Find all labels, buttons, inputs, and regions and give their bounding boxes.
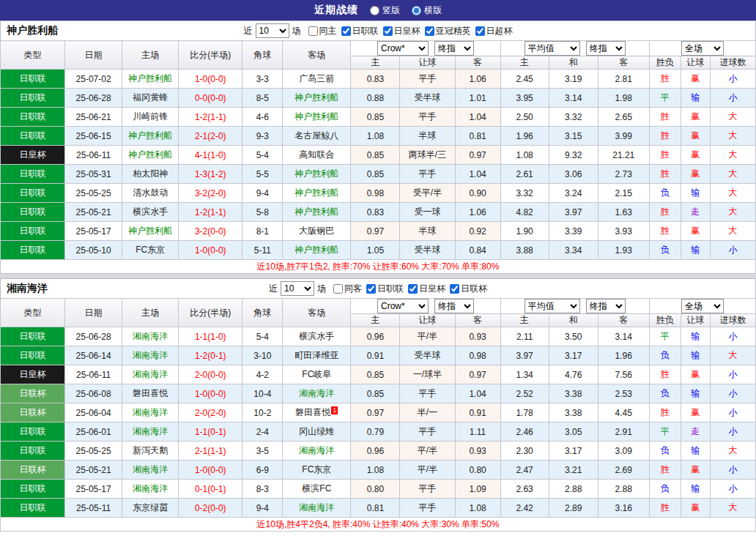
cell-away-team: 神户胜利船 [283, 184, 351, 203]
cell-corners: 5-11 [242, 241, 283, 260]
cell-date: 25-06-14 [65, 346, 122, 365]
recent-count-select[interactable]: 10 [281, 281, 314, 296]
europe-stage-select[interactable]: 终指 [586, 41, 626, 56]
recent-count-select[interactable]: 10 [256, 23, 289, 38]
cell-corners: 2-4 [242, 423, 283, 442]
cell-eu-home-odds: 1.34 [500, 365, 549, 384]
cell-score: 2-0(2-0) [179, 403, 242, 423]
cell-result-outcome: 负 [649, 346, 681, 365]
cell-eu-home-odds: 4.82 [500, 203, 549, 222]
cell-eu-home-odds: 2.50 [500, 108, 549, 127]
league-checkbox-group: 同主日职联日皇杯亚冠精英日超杯 [304, 25, 513, 37]
europe-stage-select[interactable]: 终指 [586, 299, 626, 313]
cell-eu-home-odds: 2.11 [500, 327, 549, 346]
filter-checkbox[interactable]: 日职联 [366, 283, 404, 295]
layout-radio-horizontal[interactable] [412, 6, 421, 15]
cell-ah-line: 受一球 [400, 203, 455, 222]
col-header-date: 日期 [65, 41, 122, 70]
checkbox-input[interactable] [383, 26, 393, 36]
layout-option-horizontal[interactable]: 横版 [412, 4, 442, 17]
cell-date: 25-05-21 [65, 203, 122, 222]
cell-result-outcome: 胜 [649, 365, 681, 384]
cell-result-handicap: 走 [681, 423, 710, 442]
filter-checkbox[interactable]: 日皇杯 [408, 283, 445, 295]
matches-table: 类型 日期 主场 比分(半场) 角球 客场 Crow* 终指 平均值 终指 [0, 298, 756, 532]
cell-result-goals: 大 [710, 146, 755, 165]
europe-avg-select[interactable]: 平均值 [525, 299, 580, 313]
checkbox-input[interactable] [425, 26, 434, 36]
cell-eu-away-odds: 3.93 [598, 222, 649, 241]
col-header-away: 客场 [283, 299, 351, 327]
team-filter-bar: 湘南海洋 近 10 场 同客日职联日皇杯日联杯 [0, 278, 756, 298]
cell-result-handicap: 赢 [681, 403, 710, 423]
cell-ah-line: 平手 [400, 165, 455, 184]
cell-ah-home-odds: 0.88 [351, 89, 400, 108]
cell-ah-line: 半球 [400, 222, 455, 241]
red-card-badge: 1 [331, 406, 338, 414]
filter-checkbox[interactable]: 日职联 [341, 25, 379, 37]
filter-checkbox[interactable]: 日皇杯 [383, 25, 420, 37]
cell-date: 25-05-17 [65, 222, 122, 241]
cell-ah-home-odds: 0.85 [351, 165, 400, 184]
cell-home-team: 神户胜利船 [122, 127, 179, 146]
checkbox-input[interactable] [475, 26, 485, 36]
cell-result-goals: 大 [710, 222, 755, 241]
checkbox-input[interactable] [333, 284, 343, 294]
filter-checkbox[interactable]: 同客 [333, 283, 362, 295]
cell-ah-away-odds: 0.93 [455, 327, 500, 346]
summary-row: 近10场,胜7平1负2, 胜率:70% 让胜率:60% 大率:70% 单率:80… [1, 260, 756, 274]
cell-league-type: 日职联 [1, 70, 65, 89]
cell-ah-line: 一/球半 [400, 365, 455, 384]
filter-checkbox[interactable]: 亚冠精英 [425, 25, 471, 37]
cell-score: 1-3(1-2) [179, 165, 242, 184]
filter-checkbox[interactable]: 日联杯 [450, 283, 487, 295]
col-header-handicap-result: 让球 [681, 56, 710, 70]
checkbox-input[interactable] [366, 284, 376, 294]
cell-ah-home-odds: 0.80 [351, 480, 400, 499]
cell-ah-away-odds: 1.08 [455, 499, 500, 518]
cell-result-outcome: 胜 [649, 165, 681, 184]
match-row: 日职联25-05-25清水鼓动3-2(2-0)9-4神户胜利船0.98受平/半0… [1, 184, 756, 203]
col-header-eu-away: 客 [598, 314, 649, 327]
cell-ah-home-odds: 0.79 [351, 423, 400, 442]
cell-ah-away-odds: 1.06 [455, 70, 500, 89]
checkbox-input[interactable] [408, 284, 418, 294]
cell-ah-home-odds: 1.05 [351, 241, 400, 260]
europe-odds-controls: 平均值 终指 [500, 41, 649, 56]
odds-source-select[interactable]: Crow* [377, 41, 429, 56]
layout-radio-vertical[interactable] [370, 6, 379, 15]
cell-away-team: 高知联合 [283, 146, 351, 165]
cell-ah-line: 平手 [400, 108, 455, 127]
checkbox-input[interactable] [450, 284, 459, 294]
cell-away-team: 大阪钢巴 [283, 222, 351, 241]
cell-league-type: 日联杯 [1, 384, 65, 403]
cell-home-team: 柏太阳神 [122, 165, 179, 184]
filter-checkbox[interactable]: 同主 [308, 25, 337, 37]
cell-eu-draw-odds: 3.17 [549, 442, 598, 461]
cell-corners: 3-3 [242, 70, 283, 89]
odds-source-select[interactable]: Crow* [377, 299, 429, 313]
europe-avg-select[interactable]: 平均值 [525, 41, 580, 56]
cell-home-team: 福冈黄蜂 [122, 89, 179, 108]
team-filter-bar: 神户胜利船 近 10 场 同主日职联日皇杯亚冠精英日超杯 [0, 21, 756, 40]
checkbox-input[interactable] [308, 26, 318, 36]
checkbox-input[interactable] [341, 26, 351, 36]
layout-option-label: 横版 [424, 4, 442, 17]
cell-home-team: 湘南海洋 [122, 461, 179, 480]
cell-eu-home-odds: 2.45 [500, 70, 549, 89]
filter-checkbox[interactable]: 日超杯 [475, 25, 513, 37]
cell-eu-draw-odds: 3.39 [549, 222, 598, 241]
cell-eu-draw-odds: 9.32 [549, 146, 598, 165]
cell-ah-away-odds: 0.93 [455, 442, 500, 461]
cell-result-outcome: 胜 [649, 146, 681, 165]
cell-eu-away-odds: 3.16 [598, 499, 649, 518]
layout-option-vertical[interactable]: 竖版 [370, 4, 400, 17]
cell-ah-away-odds: 0.97 [455, 146, 500, 165]
odds-stage-select[interactable]: 终指 [434, 299, 474, 313]
odds-stage-select[interactable]: 终指 [434, 41, 474, 56]
cell-eu-draw-odds: 2.88 [549, 480, 598, 499]
checkbox-label: 同主 [319, 25, 337, 37]
cell-ah-home-odds: 0.83 [351, 203, 400, 222]
scope-select[interactable]: 全场 [681, 299, 724, 313]
scope-select[interactable]: 全场 [681, 41, 724, 56]
